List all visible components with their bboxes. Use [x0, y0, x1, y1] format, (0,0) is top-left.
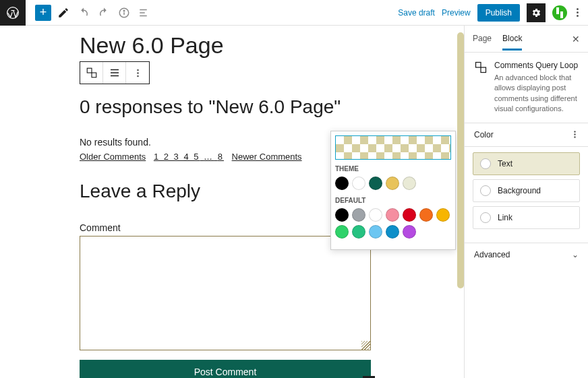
page-numbers[interactable]: 1 2 3 4 5 … 8 [154, 152, 224, 162]
info-icon[interactable] [116, 5, 132, 21]
preview-button[interactable]: Preview [442, 8, 471, 18]
block-toolbar [80, 61, 150, 84]
svg-rect-4 [140, 9, 147, 10]
color-swatch[interactable] [369, 225, 382, 239]
more-menu-icon[interactable] [574, 8, 581, 17]
block-more-icon[interactable] [126, 62, 149, 84]
svg-rect-9 [111, 69, 119, 71]
svg-rect-8 [92, 73, 96, 77]
save-draft-button[interactable]: Save draft [398, 8, 435, 18]
color-swatch[interactable] [369, 208, 382, 222]
svg-rect-10 [111, 72, 119, 73]
color-picker-popover: THEME DEFAULT [330, 131, 456, 250]
close-sidebar-icon[interactable]: ✕ [572, 34, 580, 44]
settings-icon[interactable] [527, 3, 546, 22]
color-swatch[interactable] [352, 208, 365, 222]
align-icon[interactable] [103, 62, 126, 84]
default-label: DEFAULT [335, 197, 451, 204]
svg-rect-6 [140, 15, 147, 16]
redo-icon[interactable] [96, 5, 112, 21]
color-swatch[interactable] [403, 208, 416, 222]
publish-button[interactable]: Publish [477, 4, 520, 22]
color-panel-menu-icon[interactable] [572, 131, 578, 137]
block-type-icon [474, 61, 488, 74]
color-swatch[interactable] [335, 225, 349, 239]
wp-logo[interactable] [0, 0, 26, 26]
color-row-background[interactable]: Background [473, 179, 580, 202]
comment-textarea[interactable] [80, 236, 371, 350]
color-swatch[interactable] [386, 208, 399, 222]
block-description: An advanced block that allows displaying… [494, 73, 579, 115]
color-swatch[interactable] [386, 177, 399, 190]
older-comments-link[interactable]: Older Comments [80, 152, 146, 162]
color-row-link[interactable]: Link [473, 206, 580, 229]
color-swatch[interactable] [352, 225, 365, 239]
color-swatch[interactable] [335, 208, 349, 222]
svg-rect-13 [481, 67, 486, 73]
color-panel-header[interactable]: Color [465, 123, 588, 147]
color-swatch[interactable] [335, 177, 349, 190]
color-swatch[interactable] [369, 177, 382, 190]
color-swatch[interactable] [403, 177, 416, 190]
outline-icon[interactable] [136, 5, 152, 21]
edit-icon[interactable] [55, 5, 71, 21]
color-swatch[interactable] [352, 177, 365, 190]
block-parent-icon[interactable] [80, 62, 103, 84]
color-row-text[interactable]: Text [473, 152, 580, 175]
color-preview[interactable] [335, 135, 451, 160]
svg-rect-5 [140, 12, 145, 13]
resize-grip-icon[interactable] [361, 341, 371, 350]
jetpack-icon[interactable] [552, 5, 567, 20]
post-comment-button[interactable]: Post Comment + [80, 360, 371, 378]
block-title: Comments Query Loop [494, 61, 579, 70]
add-block-button[interactable]: + [35, 5, 51, 21]
scrollbar[interactable] [457, 32, 464, 288]
advanced-panel-header[interactable]: Advanced ⌄ [465, 243, 588, 266]
color-swatch[interactable] [419, 208, 433, 222]
tab-page[interactable]: Page [473, 34, 492, 51]
undo-icon[interactable] [76, 5, 92, 21]
chevron-down-icon: ⌄ [572, 250, 579, 259]
svg-rect-12 [476, 63, 481, 68]
theme-label: THEME [335, 165, 451, 172]
svg-rect-11 [111, 75, 119, 77]
tab-block[interactable]: Block [502, 34, 522, 51]
color-swatch[interactable] [403, 225, 416, 239]
page-title[interactable]: New 6.0 Page [80, 32, 378, 59]
responses-heading[interactable]: 0 responses to "New 6.0 Page" [80, 96, 378, 118]
svg-rect-7 [87, 68, 92, 73]
svg-point-0 [7, 7, 19, 18]
color-swatch[interactable] [436, 208, 450, 222]
newer-comments-link[interactable]: Newer Comments [232, 152, 302, 162]
svg-point-3 [123, 10, 125, 11]
color-swatch[interactable] [386, 225, 399, 239]
